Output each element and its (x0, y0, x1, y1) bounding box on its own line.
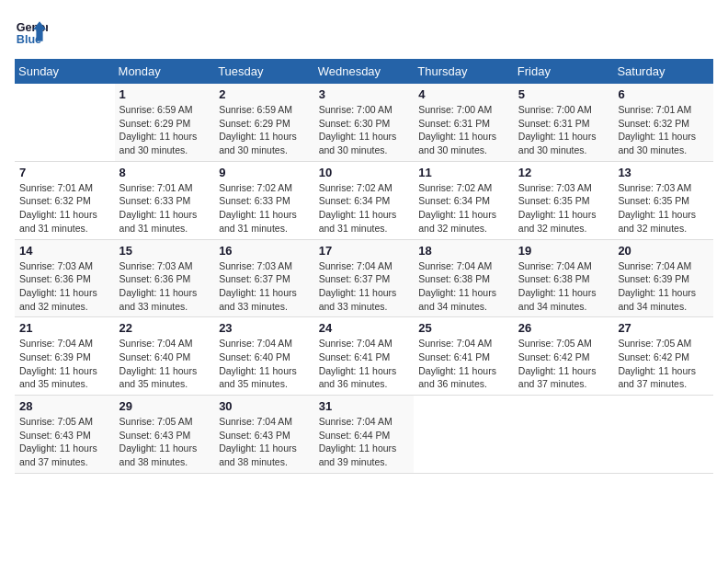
day-info: Sunrise: 7:04 AMSunset: 6:41 PMDaylight:… (418, 337, 509, 391)
calendar-table: SundayMondayTuesdayWednesdayThursdayFrid… (15, 59, 713, 474)
day-number: 19 (518, 244, 609, 258)
week-row: 7Sunrise: 7:01 AMSunset: 6:32 PMDaylight… (15, 161, 713, 239)
calendar-cell (514, 396, 614, 474)
day-info: Sunrise: 6:59 AMSunset: 6:29 PMDaylight:… (119, 103, 210, 157)
page-header: General Blue (15, 15, 713, 48)
calendar-cell: 18Sunrise: 7:04 AMSunset: 6:38 PMDayligh… (414, 239, 514, 317)
calendar-cell: 30Sunrise: 7:04 AMSunset: 6:43 PMDayligh… (214, 396, 314, 474)
day-number: 30 (219, 399, 310, 413)
day-info: Sunrise: 7:00 AMSunset: 6:31 PMDaylight:… (518, 103, 609, 157)
calendar-cell: 26Sunrise: 7:05 AMSunset: 6:42 PMDayligh… (514, 317, 614, 396)
day-info: Sunrise: 7:02 AMSunset: 6:33 PMDaylight:… (219, 181, 310, 236)
day-number: 2 (219, 87, 310, 101)
day-number: 16 (219, 244, 310, 258)
day-number: 22 (119, 321, 210, 335)
day-number: 18 (418, 244, 509, 258)
calendar-cell: 7Sunrise: 7:01 AMSunset: 6:32 PMDaylight… (15, 161, 115, 239)
logo-icon: General Blue (15, 15, 48, 48)
day-info: Sunrise: 7:00 AMSunset: 6:30 PMDaylight:… (319, 103, 410, 157)
calendar-cell: 2Sunrise: 6:59 AMSunset: 6:29 PMDaylight… (214, 84, 314, 161)
calendar-cell: 11Sunrise: 7:02 AMSunset: 6:34 PMDayligh… (414, 161, 514, 239)
calendar-cell: 4Sunrise: 7:00 AMSunset: 6:31 PMDaylight… (414, 84, 514, 161)
day-number: 21 (19, 321, 110, 335)
week-row: 21Sunrise: 7:04 AMSunset: 6:39 PMDayligh… (15, 317, 713, 396)
day-number: 6 (618, 87, 709, 101)
day-number: 7 (19, 166, 110, 179)
calendar-cell (414, 396, 514, 474)
day-info: Sunrise: 7:01 AMSunset: 6:33 PMDaylight:… (119, 181, 210, 236)
calendar-cell: 23Sunrise: 7:04 AMSunset: 6:40 PMDayligh… (214, 317, 314, 396)
day-info: Sunrise: 7:05 AMSunset: 6:43 PMDaylight:… (19, 415, 110, 469)
calendar-cell: 14Sunrise: 7:03 AMSunset: 6:36 PMDayligh… (15, 239, 115, 317)
calendar-cell: 28Sunrise: 7:05 AMSunset: 6:43 PMDayligh… (15, 396, 115, 474)
logo: General Blue (15, 15, 51, 48)
calendar-cell: 22Sunrise: 7:04 AMSunset: 6:40 PMDayligh… (115, 317, 215, 396)
calendar-cell: 27Sunrise: 7:05 AMSunset: 6:42 PMDayligh… (613, 317, 713, 396)
day-number: 29 (119, 399, 210, 413)
calendar-cell: 21Sunrise: 7:04 AMSunset: 6:39 PMDayligh… (15, 317, 115, 396)
day-info: Sunrise: 7:03 AMSunset: 6:36 PMDaylight:… (119, 259, 210, 314)
calendar-cell: 17Sunrise: 7:04 AMSunset: 6:37 PMDayligh… (314, 239, 415, 317)
day-number: 13 (618, 166, 709, 179)
day-info: Sunrise: 7:04 AMSunset: 6:43 PMDaylight:… (219, 415, 310, 469)
day-number: 17 (319, 244, 410, 258)
calendar-cell (15, 84, 115, 161)
calendar-cell: 10Sunrise: 7:02 AMSunset: 6:34 PMDayligh… (314, 161, 415, 239)
week-row: 14Sunrise: 7:03 AMSunset: 6:36 PMDayligh… (15, 239, 713, 317)
calendar-cell: 8Sunrise: 7:01 AMSunset: 6:33 PMDaylight… (115, 161, 215, 239)
calendar-cell: 19Sunrise: 7:04 AMSunset: 6:38 PMDayligh… (514, 239, 614, 317)
day-info: Sunrise: 7:04 AMSunset: 6:39 PMDaylight:… (19, 337, 110, 391)
calendar-cell: 24Sunrise: 7:04 AMSunset: 6:41 PMDayligh… (314, 317, 415, 396)
calendar-cell: 16Sunrise: 7:03 AMSunset: 6:37 PMDayligh… (214, 239, 314, 317)
day-info: Sunrise: 7:01 AMSunset: 6:32 PMDaylight:… (618, 103, 709, 157)
day-number: 23 (219, 321, 310, 335)
day-number: 24 (319, 321, 410, 335)
day-number: 28 (19, 399, 110, 413)
day-info: Sunrise: 7:04 AMSunset: 6:40 PMDaylight:… (219, 337, 310, 391)
day-info: Sunrise: 6:59 AMSunset: 6:29 PMDaylight:… (219, 103, 310, 157)
day-info: Sunrise: 7:04 AMSunset: 6:39 PMDaylight:… (618, 259, 709, 314)
day-number: 5 (518, 87, 609, 101)
calendar-cell: 9Sunrise: 7:02 AMSunset: 6:33 PMDaylight… (214, 161, 314, 239)
calendar-cell: 29Sunrise: 7:05 AMSunset: 6:43 PMDayligh… (115, 396, 215, 474)
day-info: Sunrise: 7:04 AMSunset: 6:41 PMDaylight:… (319, 337, 410, 391)
calendar-cell: 13Sunrise: 7:03 AMSunset: 6:35 PMDayligh… (613, 161, 713, 239)
day-info: Sunrise: 7:04 AMSunset: 6:44 PMDaylight:… (319, 415, 410, 469)
calendar-cell: 5Sunrise: 7:00 AMSunset: 6:31 PMDaylight… (514, 84, 614, 161)
week-row: 28Sunrise: 7:05 AMSunset: 6:43 PMDayligh… (15, 396, 713, 474)
weekday-header: Monday (115, 59, 215, 84)
day-number: 11 (418, 166, 509, 179)
day-info: Sunrise: 7:05 AMSunset: 6:42 PMDaylight:… (618, 337, 709, 391)
weekday-header: Wednesday (314, 59, 415, 84)
calendar-cell: 12Sunrise: 7:03 AMSunset: 6:35 PMDayligh… (514, 161, 614, 239)
day-info: Sunrise: 7:03 AMSunset: 6:35 PMDaylight:… (518, 181, 609, 236)
day-info: Sunrise: 7:03 AMSunset: 6:37 PMDaylight:… (219, 259, 310, 314)
calendar-cell: 25Sunrise: 7:04 AMSunset: 6:41 PMDayligh… (414, 317, 514, 396)
weekday-header: Tuesday (214, 59, 314, 84)
day-info: Sunrise: 7:03 AMSunset: 6:35 PMDaylight:… (618, 181, 709, 236)
day-number: 1 (119, 87, 210, 101)
day-number: 3 (319, 87, 410, 101)
day-number: 25 (418, 321, 509, 335)
week-row: 1Sunrise: 6:59 AMSunset: 6:29 PMDaylight… (15, 84, 713, 161)
day-number: 12 (518, 166, 609, 179)
calendar-cell: 15Sunrise: 7:03 AMSunset: 6:36 PMDayligh… (115, 239, 215, 317)
calendar-header: SundayMondayTuesdayWednesdayThursdayFrid… (15, 59, 713, 84)
calendar-cell: 3Sunrise: 7:00 AMSunset: 6:30 PMDaylight… (314, 84, 415, 161)
day-number: 27 (618, 321, 709, 335)
day-number: 10 (319, 166, 410, 179)
day-info: Sunrise: 7:02 AMSunset: 6:34 PMDaylight:… (418, 181, 509, 236)
day-number: 8 (119, 166, 210, 179)
day-number: 15 (119, 244, 210, 258)
day-number: 31 (319, 399, 410, 413)
day-number: 9 (219, 166, 310, 179)
day-number: 20 (618, 244, 709, 258)
day-info: Sunrise: 7:03 AMSunset: 6:36 PMDaylight:… (19, 259, 110, 314)
day-info: Sunrise: 7:05 AMSunset: 6:42 PMDaylight:… (518, 337, 609, 391)
calendar-cell: 31Sunrise: 7:04 AMSunset: 6:44 PMDayligh… (314, 396, 415, 474)
day-number: 26 (518, 321, 609, 335)
day-info: Sunrise: 7:02 AMSunset: 6:34 PMDaylight:… (319, 181, 410, 236)
calendar-cell: 6Sunrise: 7:01 AMSunset: 6:32 PMDaylight… (613, 84, 713, 161)
day-info: Sunrise: 7:04 AMSunset: 6:40 PMDaylight:… (119, 337, 210, 391)
weekday-header: Saturday (613, 59, 713, 84)
